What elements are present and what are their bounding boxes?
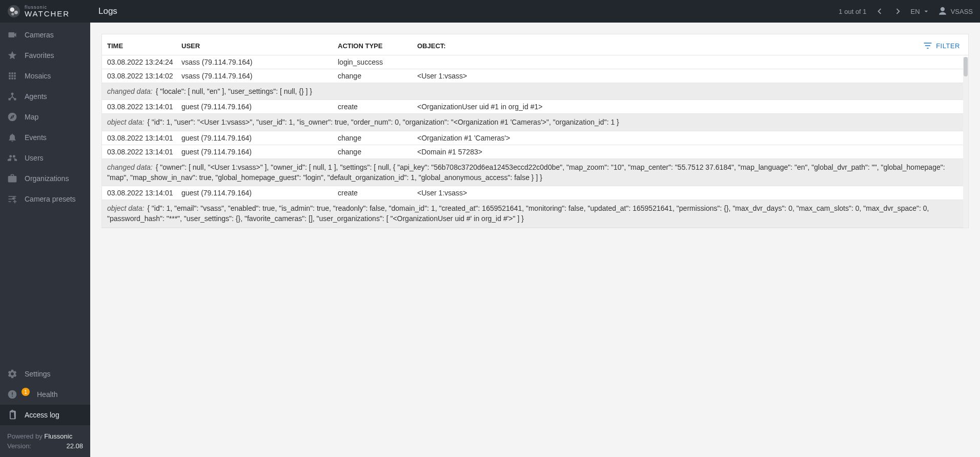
sidebar-item-label: Settings [25, 370, 51, 378]
log-table: TIME USER ACTION TYPE OBJECT: FILTER 03.… [101, 34, 969, 228]
error-icon [7, 389, 17, 400]
log-row[interactable]: 03.08.2022 13:14:01guest (79.114.79.164)… [102, 131, 968, 145]
column-object: OBJECT: [417, 42, 923, 50]
sidebar-item-label: Mosaics [25, 72, 51, 80]
brand[interactable]: flussonic WATCHER [7, 5, 89, 18]
page-title: Logs [98, 6, 117, 16]
log-detail-row: changed data: { "locale": [ null, "en" ]… [102, 83, 968, 100]
language-select[interactable]: EN [911, 7, 930, 15]
svg-point-2 [14, 11, 18, 14]
language-label: EN [911, 8, 920, 15]
gear-icon [7, 369, 17, 379]
cell-time: 03.08.2022 13:14:01 [107, 134, 181, 142]
star-icon [7, 50, 17, 61]
sidebar-item-agents[interactable]: Agents [0, 86, 90, 107]
filter-button[interactable]: FILTER [923, 41, 963, 51]
sidebar-item-label: Cameras [25, 31, 54, 39]
log-row[interactable]: 03.08.2022 13:14:01guest (79.114.79.164)… [102, 186, 968, 200]
page-next-button[interactable] [892, 6, 904, 17]
cell-object: <OrganizationUser uid #1 in org_id #1> [417, 103, 963, 111]
sidebar-item-label: Users [25, 154, 44, 162]
detail-text: { "id": 1, "email": "vsass", "enabled": … [107, 204, 929, 223]
cell-action: login_success [338, 58, 417, 66]
cell-time: 03.08.2022 13:24:24 [107, 58, 181, 66]
sidebar-item-health[interactable]: 1Health [0, 384, 90, 405]
apps-icon [7, 71, 17, 81]
app-header: flussonic WATCHER Logs 1 out of 1 EN VSA… [0, 0, 980, 23]
cell-action: change [338, 134, 417, 142]
sidebar-item-events[interactable]: Events [0, 127, 90, 148]
bell-icon [7, 132, 17, 143]
chevron-down-icon [922, 7, 930, 15]
detail-label: object data: [107, 118, 144, 126]
svg-point-4 [12, 116, 13, 117]
detail-text: { "id": 1, "user": "<User 1:vsass>", "us… [147, 118, 619, 126]
log-row[interactable]: 03.08.2022 13:14:01guest (79.114.79.164)… [102, 100, 968, 114]
sidebar-item-label: Favorites [25, 51, 54, 59]
column-user: USER [181, 42, 338, 50]
sidebar-item-access-log[interactable]: Access log [0, 405, 90, 425]
version-label: Version: [7, 442, 31, 450]
tune-icon [7, 194, 17, 204]
log-detail-row: changed data: { "owner": [ null, "<User … [102, 159, 968, 187]
sidebar-item-users[interactable]: Users [0, 148, 90, 168]
sidebar-item-label: Events [25, 133, 47, 142]
brand-large-text: WATCHER [25, 10, 70, 17]
cell-object: <Organization #1 'Cameras'> [417, 134, 963, 142]
cell-user: guest (79.114.79.164) [181, 189, 338, 197]
sidebar-item-map[interactable]: Map [0, 107, 90, 127]
sidebar-item-label: Camera presets [25, 195, 76, 203]
cell-time: 03.08.2022 13:14:01 [107, 148, 181, 156]
sidebar-footer: Powered by Flussonic Version: 22.08 [0, 425, 90, 457]
person-icon [937, 6, 948, 16]
user-menu[interactable]: VSASS [937, 6, 973, 16]
detail-label: changed data: [107, 87, 153, 95]
powered-by-value: Flussonic [44, 432, 72, 440]
badge: 1 [22, 388, 30, 396]
cell-action: change [338, 148, 417, 156]
cell-object: <User 1:vsass> [417, 189, 963, 197]
log-row[interactable]: 03.08.2022 13:14:01guest (79.114.79.164)… [102, 145, 968, 159]
sidebar-item-camera-presets[interactable]: Camera presets [0, 189, 90, 209]
sidebar-item-mosaics[interactable]: Mosaics [0, 66, 90, 86]
log-row[interactable]: 03.08.2022 13:14:02vsass (79.114.79.164)… [102, 69, 968, 83]
cell-object: <User 1:vsass> [417, 72, 963, 80]
videocam-icon [7, 30, 17, 40]
column-time: TIME [107, 42, 181, 50]
brand-logo-icon [7, 5, 21, 18]
group-icon [7, 153, 17, 163]
log-row[interactable]: 03.08.2022 13:24:24vsass (79.114.79.164)… [102, 55, 968, 69]
cell-time: 03.08.2022 13:14:01 [107, 103, 181, 111]
column-action: ACTION TYPE [338, 42, 417, 50]
briefcase-icon [7, 173, 17, 184]
clipboard-icon [7, 410, 17, 420]
sidebar-item-label: Agents [25, 92, 47, 101]
powered-by-label: Powered by [7, 432, 43, 440]
cell-user: guest (79.114.79.164) [181, 148, 338, 156]
scrollbar[interactable] [963, 57, 968, 228]
version-value: 22.08 [66, 442, 83, 450]
cell-time: 03.08.2022 13:14:01 [107, 189, 181, 197]
sidebar-item-settings[interactable]: Settings [0, 364, 90, 384]
cell-action: create [338, 103, 417, 111]
detail-label: changed data: [107, 163, 153, 171]
sidebar-item-label: Health [37, 390, 57, 399]
detail-text: { "owner": [ null, "<User 1:vsass>" ], "… [107, 163, 945, 182]
pagination-text: 1 out of 1 [839, 8, 866, 15]
log-detail-row: object data: { "id": 1, "user": "<User 1… [102, 114, 968, 131]
cell-action: create [338, 189, 417, 197]
username-label: VSASS [951, 8, 973, 15]
filter-label: FILTER [936, 42, 960, 50]
explore-icon [7, 112, 17, 122]
page-prev-button[interactable] [874, 6, 885, 17]
detail-text: { "locale": [ null, "en" ], "user_settin… [156, 87, 312, 95]
sidebar-item-cameras[interactable]: Cameras [0, 25, 90, 45]
cell-action: change [338, 72, 417, 80]
sidebar-item-organizations[interactable]: Organizations [0, 168, 90, 189]
sidebar-item-label: Access log [25, 411, 59, 419]
sidebar-item-favorites[interactable]: Favorites [0, 45, 90, 66]
svg-point-1 [10, 7, 14, 12]
cell-user: guest (79.114.79.164) [181, 134, 338, 142]
svg-point-3 [11, 13, 14, 15]
filter-icon [923, 41, 933, 51]
